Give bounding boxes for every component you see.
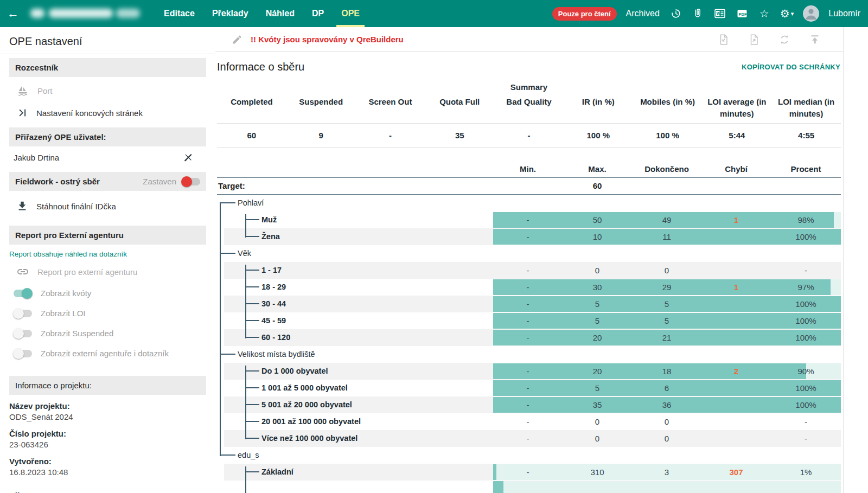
download-final-ids-button[interactable]: Stáhnout finální IDčka (0, 195, 215, 217)
summary-value: 60 (217, 124, 286, 147)
cell-max: 0 (563, 262, 632, 279)
toggle-label: Zobrazit externí agentuře i dotazník (41, 349, 169, 358)
sidebar-item-port[interactable]: Port (0, 79, 215, 102)
cell-percent: - (771, 262, 841, 279)
quota-row-label: Více než 100 000 obyvatel (261, 430, 358, 447)
project-field: Vytvořeno: 16.8.2023 10:48 (0, 453, 215, 481)
field-value: 23-063426 (9, 440, 206, 449)
tab-preklady[interactable]: Překlady (205, 0, 256, 27)
file-import-icon[interactable] (717, 33, 730, 46)
tab-dp[interactable]: DP (305, 0, 331, 27)
avatar[interactable] (803, 5, 819, 22)
cell-percent: 97% (771, 279, 841, 296)
edit-off-icon[interactable] (183, 152, 194, 163)
sync-icon[interactable] (778, 33, 791, 46)
quota-row: Více než 100 000 obyvatel - 0 0 - (217, 430, 841, 447)
tab-ope[interactable]: OPE (334, 0, 367, 27)
cell-percent: 1% (771, 464, 841, 481)
pdf-file-icon[interactable]: PDF (736, 7, 749, 20)
quota-row-label: Základní (261, 464, 293, 481)
summary-value: 5:44 (702, 124, 771, 147)
cell-percent: 100% (771, 329, 841, 346)
col-chybi: Chybí (701, 164, 771, 174)
quota-row: 45 - 59 - 5 5 100% (217, 312, 841, 329)
fieldwork-toggle[interactable] (182, 178, 200, 185)
paperclip-icon[interactable] (691, 7, 704, 20)
external-report-link[interactable]: Report pro externí agenturu (0, 260, 215, 283)
cell-min: - (493, 329, 563, 346)
cell-percent: 98% (771, 212, 841, 228)
toggle-show-suspended-switch[interactable] (14, 330, 32, 337)
pencil-icon[interactable] (232, 34, 242, 45)
word-file-icon[interactable]: W (713, 7, 726, 20)
section-external-report: Report pro Externí agenturu (9, 226, 206, 245)
quota-row-label: Muž (261, 212, 277, 228)
quota-group-row: edu_s (217, 447, 841, 464)
quota-row: 30 - 44 - 5 5 100% (217, 296, 841, 312)
toggle-show-questionnaire-switch[interactable] (14, 350, 32, 357)
quota-row: 18 - 29 - 30 29 1 97% (217, 279, 841, 296)
cell-max: 10 (563, 228, 632, 245)
quota-table-header: Min. Max. Dokončeno Chybí Procent (217, 162, 841, 178)
quota-group-row: Pohlaví (217, 195, 841, 212)
quota-progress-bar (493, 481, 841, 493)
summary-value: 100 % (564, 124, 633, 147)
tab-editace[interactable]: Editace (157, 0, 202, 27)
cell-min: - (493, 413, 563, 430)
section-assigned-user: Přiřazený OPE uživatel: (9, 127, 206, 146)
cell-max: 50 (563, 212, 632, 228)
quota-row-label: 60 - 120 (261, 329, 290, 346)
gear-icon: ⚙ (780, 8, 790, 19)
summary-col: Mobiles (in %) (633, 96, 703, 120)
quota-group-label: Věk (238, 245, 251, 262)
star-icon[interactable]: ☆ (758, 7, 771, 20)
copy-to-clipboard-button[interactable]: KOPÍROVAT DO SCHRÁNKY (742, 63, 840, 71)
toggle-show-suspended: Zobrazit Suspended (0, 323, 215, 343)
quota-row-partial (217, 481, 841, 493)
cell-done: 36 (632, 396, 701, 413)
history-restore-icon[interactable] (669, 7, 682, 20)
section-project-info: Informace o projektu: (9, 376, 206, 395)
toggle-show-quotas-switch[interactable] (14, 290, 32, 297)
cell-min: - (493, 279, 563, 296)
col-min: Min. (493, 164, 563, 174)
upload-icon[interactable] (808, 33, 821, 46)
quota-row: Základní - 310 3 307 1% (217, 464, 841, 481)
toggle-show-loi-switch[interactable] (14, 310, 32, 317)
field-label: Název projektu: (9, 401, 206, 411)
project-field: Číslo projektu: 23-063426 (0, 425, 215, 453)
summary-col: Suspended (286, 96, 356, 120)
cell-percent: 100% (771, 296, 841, 312)
cell-done: 21 (632, 329, 701, 346)
tab-nahled[interactable]: Náhled (259, 0, 302, 27)
tree-root-line (220, 203, 221, 456)
summary-col: Completed (217, 96, 286, 120)
quota-toolbar: !! Kvóty jsou spravovány v QreBuilderu (215, 27, 843, 52)
cell-max: 35 (563, 396, 632, 413)
cell-min: - (493, 430, 563, 447)
assigned-user-row: Jakub Drtina (0, 146, 215, 168)
back-arrow-icon[interactable]: ← (0, 7, 26, 21)
sailboat-icon (16, 84, 29, 97)
toggle-show-quotas: Zobrazit kvóty (0, 283, 215, 303)
cell-done: 5 (632, 312, 701, 329)
cell-min: - (493, 262, 563, 279)
download-icon (16, 200, 28, 212)
quota-row-label: 1 - 17 (261, 262, 282, 279)
summary-col: Bad Quality (494, 96, 564, 120)
field-value: 16.8.2023 10:48 (9, 468, 206, 477)
sidebar-item-koncove-stranky[interactable]: Nastavení koncových stránek (0, 102, 215, 124)
cell-done: 6 (632, 380, 701, 396)
report-preview-note[interactable]: Report obsahuje náhled na dotazník (0, 245, 215, 260)
file-export-icon[interactable] (748, 33, 761, 46)
svg-text:W: W (717, 11, 722, 16)
section-title: Informace o sběru (217, 61, 304, 73)
cell-done: 49 (632, 212, 701, 228)
quota-rows: Pohlaví Muž - 50 49 1 98% Žena - (217, 195, 841, 493)
archived-label: Archived (626, 9, 660, 18)
cell-done: 0 (632, 413, 701, 430)
fieldwork-header: Fieldwork - ostrý sběr (15, 177, 100, 186)
summary-col: Screen Out (356, 96, 425, 120)
app-header: ← Editace Překlady Náhled DP OPE Pouze p… (0, 0, 868, 27)
settings-menu[interactable]: ⚙ ▾ (780, 8, 794, 19)
